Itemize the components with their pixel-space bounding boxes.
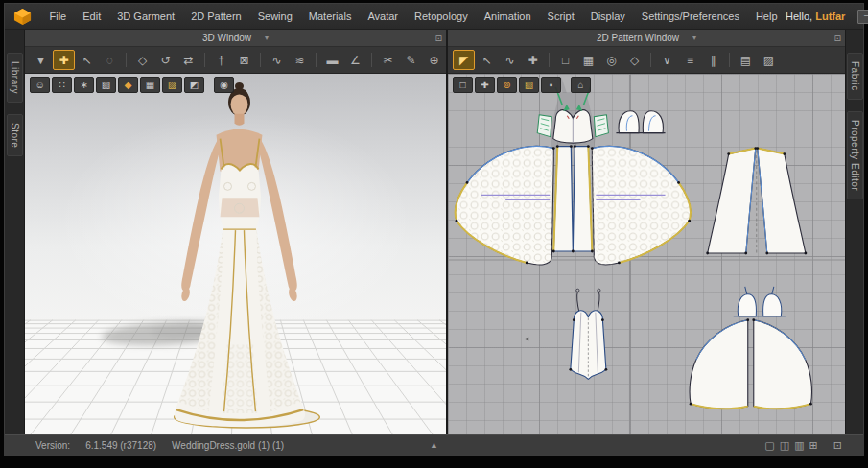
polygon-pattern-icon[interactable]: □ — [554, 50, 576, 70]
pattern-corset-bottom[interactable] — [524, 289, 606, 379]
show-avatar-icon[interactable]: ☺ — [30, 77, 50, 93]
zoom-icon[interactable]: ⊕ — [423, 50, 445, 70]
show-internal-lines-icon[interactable]: ▦ — [140, 77, 160, 93]
toolbar-separator — [563, 77, 569, 93]
snapshot-icon[interactable]: ⊡ — [833, 439, 842, 452]
toolbar-separator — [206, 77, 212, 93]
edit-pattern-icon[interactable]: ↖ — [476, 50, 498, 70]
app-chrome: FileEdit3D Garment2D PatternSewingMateri… — [4, 3, 864, 456]
pane-options-icon[interactable]: ⊡ — [434, 34, 442, 43]
move-2d-icon[interactable]: ✚ — [475, 77, 495, 93]
show-bounding-volume-icon[interactable]: ▧ — [96, 77, 116, 93]
select-lasso-icon[interactable]: ◌ — [99, 50, 121, 70]
notch-icon[interactable]: ∨ — [656, 50, 678, 70]
internal-circle-icon[interactable]: ◎ — [600, 50, 622, 70]
2d-viewport[interactable]: □✚⊚▧▪⌂ — [448, 74, 845, 434]
pin-icon[interactable]: † — [210, 50, 232, 70]
stylus-icon[interactable]: ✎ — [400, 50, 422, 70]
titlebar-right: Hello, Lutfar ─□× — [786, 10, 868, 24]
free-sewing-icon[interactable]: ≋ — [289, 50, 311, 70]
2d-window-selector[interactable]: 2D Pattern Window ▾ — [597, 33, 696, 43]
menu-3d-garment[interactable]: 3D Garment — [109, 4, 183, 29]
menu-sewing[interactable]: Sewing — [249, 4, 300, 29]
3d-viewport[interactable]: ☺∷∗▧◆▦▨◩◉ — [25, 74, 446, 434]
menu-settings-preferences[interactable]: Settings/Preferences — [633, 4, 747, 29]
show-fitting-map-icon[interactable]: ◩ — [184, 77, 204, 93]
toolbar-separator — [650, 53, 651, 67]
show-xray-icon[interactable]: ∗ — [74, 77, 94, 93]
tab-fabric[interactable]: Fabric — [847, 53, 863, 100]
pattern-pants[interactable] — [708, 149, 806, 253]
minimize-button[interactable]: ─ — [857, 10, 868, 24]
measure-tape-icon[interactable]: ▬ — [321, 50, 343, 70]
seam-taping-icon[interactable]: ≡ — [679, 50, 701, 70]
app-logo-icon — [13, 8, 32, 26]
pattern-side-cups[interactable] — [616, 111, 665, 133]
layout-split-icon[interactable]: ◫ — [780, 439, 789, 452]
show-arrangement-points-icon[interactable]: ∷ — [52, 77, 72, 93]
render-icon[interactable]: ◉ — [214, 77, 234, 93]
sync-garment-icon[interactable]: ⇄ — [177, 50, 199, 70]
menu-retopology[interactable]: Retopology — [407, 4, 477, 29]
3d-window-selector[interactable]: 3D Window ▾ — [202, 33, 269, 43]
select-move-icon[interactable]: ✚ — [53, 50, 75, 70]
pin-box-icon[interactable]: ⊠ — [233, 50, 255, 70]
menu-help[interactable]: Help — [747, 4, 786, 29]
box-select-icon[interactable]: □ — [453, 77, 473, 93]
application-window: FileEdit3D Garment2D PatternSewingMateri… — [0, 0, 868, 468]
menu-script[interactable]: Script — [539, 4, 582, 29]
menu-file[interactable]: File — [41, 4, 75, 29]
pleat-icon[interactable]: ∥ — [702, 50, 724, 70]
toolbar-separator — [729, 53, 730, 67]
select-mesh-icon[interactable]: ↖ — [76, 50, 98, 70]
2d-display-toolbar: □✚⊚▧▪⌂ — [453, 77, 591, 93]
simulate-icon[interactable]: ▼ — [30, 50, 52, 70]
texture-brush-icon[interactable]: ▧ — [519, 77, 539, 93]
show-sewing-icon[interactable]: ⊚ — [497, 77, 517, 93]
menu-display[interactable]: Display — [582, 4, 633, 29]
transform-pattern-icon[interactable]: ◤ — [453, 50, 475, 70]
tab-property-editor[interactable]: Property Editor — [847, 111, 863, 199]
pattern-bralette[interactable] — [734, 287, 786, 316]
tab-store[interactable]: Store — [7, 114, 23, 156]
transform-feature-icon[interactable]: ◇ — [131, 50, 153, 70]
menu-materials[interactable]: Materials — [300, 4, 360, 29]
internal-polygon-icon[interactable]: ▦ — [577, 50, 599, 70]
layout-preset-icons: ▢◫▥⊞⊡ — [764, 439, 856, 452]
status-bar: Version: 6.1.549 (r37128) WeddingDress.g… — [5, 434, 863, 455]
chevron-down-icon: ▾ — [692, 34, 696, 42]
status-left: Version: 6.1.549 (r37128) WeddingDress.g… — [35, 440, 284, 451]
pattern-skirt-panels-bottom[interactable] — [690, 320, 811, 410]
menu-2d-pattern[interactable]: 2D Pattern — [183, 4, 250, 29]
edit-curvature-icon[interactable]: ∿ — [499, 50, 521, 70]
show-garment-icon[interactable]: ◆ — [118, 77, 138, 93]
menu-avatar[interactable]: Avatar — [360, 4, 407, 29]
grading-icon[interactable]: ▤ — [735, 50, 757, 70]
show-seamlines-icon[interactable]: ▨ — [162, 77, 182, 93]
3d-display-toolbar: ☺∷∗▧◆▦▨◩◉ — [30, 77, 234, 93]
toolbar-separator — [371, 53, 372, 67]
2d-window-header: 2D Pattern Window ▾ ⊡ — [448, 30, 845, 47]
layout-2d-only-icon[interactable]: ▥ — [794, 439, 804, 452]
segment-sewing-icon[interactable]: ∿ — [266, 50, 288, 70]
pattern-front-panels[interactable] — [553, 147, 592, 251]
menu-animation[interactable]: Animation — [476, 4, 539, 29]
main-workspace: LibraryStore 3D Window ▾ ⊡ ▼✚↖◌◇↺⇄†⊠∿≋▬∠… — [5, 30, 863, 434]
layout-quad-icon[interactable]: ⊞ — [809, 439, 818, 452]
steam-iron-icon[interactable]: ⌂ — [571, 77, 591, 93]
scissors-icon[interactable]: ✂ — [377, 50, 399, 70]
greeting-prefix: Hello, — [786, 11, 815, 22]
menu-edit[interactable]: Edit — [75, 4, 109, 29]
expand-bottom-panel-arrow[interactable]: ▲ — [430, 440, 438, 450]
pane-options-icon[interactable]: ⊡ — [833, 34, 841, 43]
layout-3d-only-icon[interactable]: ▢ — [764, 439, 774, 452]
reset-arrangement-icon[interactable]: ↺ — [154, 50, 176, 70]
add-point-icon[interactable]: ✚ — [522, 50, 544, 70]
dart-icon[interactable]: ◇ — [623, 50, 645, 70]
show-points-icon[interactable]: ▪ — [541, 77, 561, 93]
menu-bar: FileEdit3D Garment2D PatternSewingMateri… — [41, 4, 786, 29]
tab-library[interactable]: Library — [7, 53, 23, 103]
fabric-texture-icon[interactable]: ▨ — [758, 50, 780, 70]
toolbar-separator — [126, 53, 127, 67]
measure-angle-icon[interactable]: ∠ — [344, 50, 366, 70]
